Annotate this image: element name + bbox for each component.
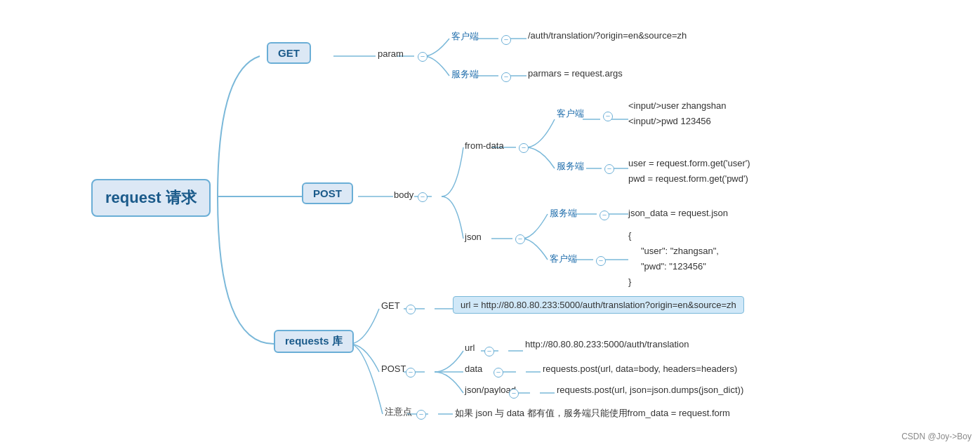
req-post-circle: − — [404, 366, 418, 378]
req-data-label: data — [465, 363, 482, 374]
main-node: request 请求 — [91, 179, 211, 217]
from-data-circle: − — [517, 142, 531, 153]
fuwu2-circle: − — [602, 163, 616, 174]
req-post-label: POST — [381, 363, 406, 374]
form-client-content: <input/>user zhangshan <input/>pwd 12345… — [628, 98, 727, 129]
json-circle: − — [513, 233, 527, 244]
kehu3-label: 客户端 — [550, 253, 577, 265]
post-label: POST — [302, 182, 353, 204]
note-content: 如果 json 与 data 都有值，服务端只能使用from_data = re… — [455, 406, 730, 421]
json-server-content: json_data = request.json — [628, 206, 728, 221]
fuwu3-circle: − — [597, 209, 611, 220]
req-json-payload-content: requests.post(url, json=json.dumps(json_… — [557, 382, 743, 398]
body-label: body — [394, 189, 413, 200]
note-circle: − — [414, 408, 428, 420]
req-get-url-box: url = http://80.80.80.233:5000/auth/tran… — [453, 296, 744, 314]
kehu3-circle: − — [594, 255, 608, 266]
fuwu1-label: 服务端 — [451, 68, 479, 81]
body-circle: − — [416, 191, 430, 202]
fuwu1-circle: − — [499, 71, 513, 82]
get-node: GET — [267, 42, 311, 64]
requests-node: requests 库 — [274, 330, 354, 353]
kehu1-circle: − — [499, 34, 513, 45]
req-get-label: GET — [381, 300, 400, 311]
req-url-circle: − — [482, 345, 496, 356]
kehu2-circle: − — [601, 110, 615, 121]
kehu2-label: 客户端 — [557, 107, 584, 120]
requests-label: requests 库 — [274, 330, 354, 353]
param-circle: − — [416, 51, 430, 62]
from-data-label: from-data — [465, 140, 504, 151]
req-json-payload-circle: − — [507, 387, 521, 399]
get-label: GET — [267, 42, 311, 64]
form-server-content: user = request.form.get('user') pwd = re… — [628, 156, 750, 187]
note-label: 注意点 — [385, 406, 412, 418]
param-label: param — [378, 48, 404, 59]
fuwu3-label: 服务端 — [550, 207, 577, 220]
json-label: json — [465, 232, 482, 242]
req-url-label: url — [465, 342, 475, 353]
req-data-circle: − — [491, 366, 505, 378]
req-get-circle: − — [404, 303, 418, 314]
post-node: POST — [302, 182, 353, 204]
get-server-parmars: parmars = request.args — [528, 68, 623, 79]
get-client-url: /auth/translation/?origin=en&source=zh — [528, 30, 687, 41]
kehu1-label: 客户端 — [451, 30, 479, 43]
req-url-content: http://80.80.80.233:5000/auth/translatio… — [525, 337, 689, 352]
req-data-content: requests.post(url, data=body, headers=he… — [543, 361, 737, 377]
json-client-content: { "user": "zhangsan", "pwd": "123456" } — [628, 228, 719, 290]
main-label: request 请求 — [91, 179, 211, 217]
watermark: CSDN @Joy->Boy — [901, 432, 972, 441]
fuwu2-label: 服务端 — [557, 160, 584, 173]
